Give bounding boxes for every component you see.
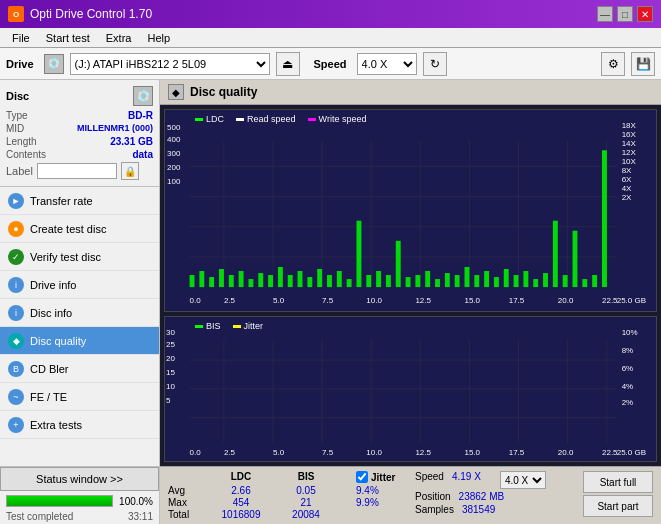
svg-text:2.5: 2.5 <box>224 296 236 305</box>
menu-help[interactable]: Help <box>139 30 178 46</box>
bottom-chart-svg: 30 25 20 15 10 5 0.0 2.5 5.0 7.5 10.0 12… <box>165 317 656 461</box>
svg-text:2X: 2X <box>622 193 632 202</box>
sidebar-item-fe-te[interactable]: ~ FE / TE <box>0 383 159 411</box>
stats-header-spacer <box>336 471 356 483</box>
speed-row: Speed 4.19 X 4.0 X <box>415 471 575 489</box>
svg-rect-43 <box>229 275 234 287</box>
extra-tests-icon: + <box>8 417 24 433</box>
svg-rect-73 <box>523 271 528 287</box>
settings-button[interactable]: ⚙ <box>601 52 625 76</box>
svg-rect-66 <box>455 275 460 287</box>
svg-rect-81 <box>602 150 607 287</box>
sidebar-item-drive-info-label: Drive info <box>30 279 76 291</box>
progress-percent: 100.0% <box>119 496 153 507</box>
save-button[interactable]: 💾 <box>631 52 655 76</box>
svg-text:0.0: 0.0 <box>190 448 202 457</box>
speed-target-select[interactable]: 4.0 X <box>500 471 546 489</box>
drive-label: Drive <box>6 58 34 70</box>
speed-label: Speed <box>314 58 347 70</box>
maximize-button[interactable]: □ <box>617 6 633 22</box>
start-full-button[interactable]: Start full <box>583 471 653 493</box>
svg-text:300: 300 <box>167 149 181 158</box>
svg-rect-63 <box>425 271 430 287</box>
read-speed-dot <box>236 118 244 121</box>
svg-rect-57 <box>366 275 371 287</box>
svg-rect-80 <box>592 275 597 287</box>
disc-label-input[interactable] <box>37 163 117 179</box>
sidebar-item-drive-info[interactable]: i Drive info <box>0 271 159 299</box>
svg-rect-67 <box>465 267 470 287</box>
svg-text:10X: 10X <box>622 157 637 166</box>
minimize-button[interactable]: — <box>597 6 613 22</box>
status-bar: Status window >> 100.0% Test completed 3… <box>0 466 159 524</box>
drive-select[interactable]: (J:) ATAPI iHBS212 2 5L09 <box>70 53 270 75</box>
stats-max-bis: 21 <box>276 497 336 508</box>
speed-position-section: Speed 4.19 X 4.0 X Position 23862 MB Sam… <box>415 471 575 515</box>
svg-rect-41 <box>209 277 214 287</box>
menu-extra[interactable]: Extra <box>98 30 140 46</box>
stats-total-ldc: 1016809 <box>206 509 276 520</box>
stats-max-row: Max 454 21 9.9% <box>168 497 407 508</box>
svg-text:6%: 6% <box>622 364 634 373</box>
sidebar-item-extra-tests[interactable]: + Extra tests <box>0 411 159 439</box>
svg-rect-47 <box>268 275 273 287</box>
close-button[interactable]: ✕ <box>637 6 653 22</box>
svg-rect-74 <box>533 279 538 287</box>
sidebar-item-disc-quality[interactable]: ◆ Disc quality <box>0 327 159 355</box>
progress-bar-fill <box>7 496 112 506</box>
svg-text:25.0 GB: 25.0 GB <box>617 448 646 457</box>
disc-type-label: Type <box>6 110 28 121</box>
svg-rect-58 <box>376 271 381 287</box>
menu-bar: File Start test Extra Help <box>0 28 661 48</box>
bottom-chart-legend: BIS Jitter <box>195 321 263 331</box>
stats-total-label: Total <box>168 509 206 520</box>
svg-rect-53 <box>327 275 332 287</box>
sidebar-item-transfer-rate[interactable]: ► Transfer rate <box>0 187 159 215</box>
stats-total-bis: 20084 <box>276 509 336 520</box>
sidebar-item-create-test-disc[interactable]: ● Create test disc <box>0 215 159 243</box>
svg-text:6X: 6X <box>622 175 632 184</box>
sidebar-item-cd-bler-label: CD Bler <box>30 363 69 375</box>
sidebar-item-verify-test-disc[interactable]: ✓ Verify test disc <box>0 243 159 271</box>
drive-toolbar: Drive 💿 (J:) ATAPI iHBS212 2 5L09 ⏏ Spee… <box>0 48 661 80</box>
svg-rect-76 <box>553 221 558 287</box>
svg-rect-75 <box>543 273 548 287</box>
svg-text:4%: 4% <box>622 382 634 391</box>
svg-text:400: 400 <box>167 135 181 144</box>
legend-ldc: LDC <box>195 114 224 124</box>
disc-label-row: Label 🔒 <box>6 162 153 180</box>
start-part-button[interactable]: Start part <box>583 495 653 517</box>
disc-label-label: Label <box>6 165 33 177</box>
svg-text:14X: 14X <box>622 139 637 148</box>
charts-container: LDC Read speed Write speed <box>160 105 661 466</box>
eject-button[interactable]: ⏏ <box>276 52 300 76</box>
menu-start-test[interactable]: Start test <box>38 30 98 46</box>
disc-contents-row: Contents data <box>6 149 153 160</box>
speed-select[interactable]: 4.0 X <box>357 53 417 75</box>
drive-info-icon: i <box>8 277 24 293</box>
status-window-button[interactable]: Status window >> <box>0 467 159 491</box>
svg-rect-70 <box>494 277 499 287</box>
disc-mid-value: MILLENMR1 (000) <box>77 123 153 134</box>
dq-header: ◆ Disc quality <box>160 80 661 105</box>
svg-rect-79 <box>582 279 587 287</box>
svg-rect-49 <box>288 275 293 287</box>
sidebar-item-disc-info[interactable]: i Disc info <box>0 299 159 327</box>
jitter-checkbox[interactable] <box>356 471 368 483</box>
svg-rect-72 <box>514 275 519 287</box>
refresh-button[interactable]: ↻ <box>423 52 447 76</box>
fe-te-icon: ~ <box>8 389 24 405</box>
sidebar-item-cd-bler[interactable]: B CD Bler <box>0 355 159 383</box>
svg-rect-69 <box>484 271 489 287</box>
stats-header-jitter: Jitter <box>371 472 395 483</box>
svg-text:8X: 8X <box>622 166 632 175</box>
svg-rect-46 <box>258 273 263 287</box>
svg-text:15.0: 15.0 <box>465 448 481 457</box>
svg-rect-48 <box>278 267 283 287</box>
disc-section: Disc 💿 Type BD-R MID MILLENMR1 (000) Len… <box>0 80 159 187</box>
stats-headers: LDC BIS Jitter <box>168 471 407 483</box>
menu-file[interactable]: File <box>4 30 38 46</box>
disc-mid-row: MID MILLENMR1 (000) <box>6 123 153 134</box>
disc-label-button[interactable]: 🔒 <box>121 162 139 180</box>
disc-type-value: BD-R <box>128 110 153 121</box>
